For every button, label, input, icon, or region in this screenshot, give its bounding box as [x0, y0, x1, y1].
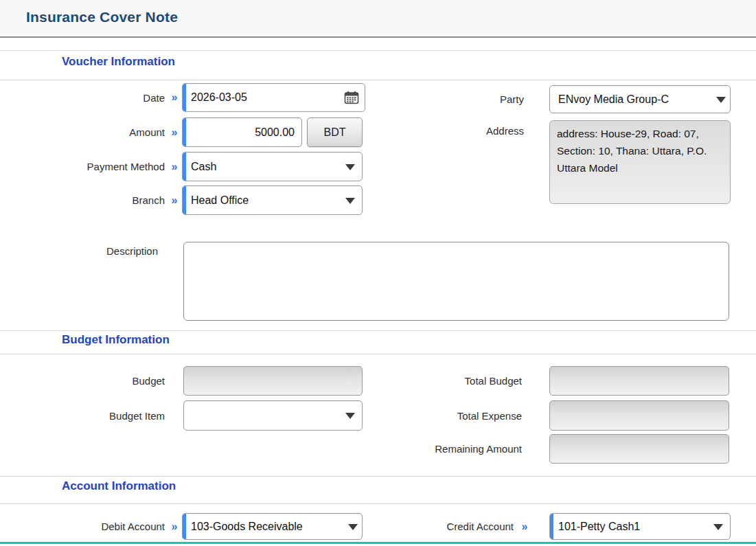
description-label: Description	[0, 245, 158, 257]
credit-account-label: Credit Account	[357, 513, 514, 540]
party-label: Party	[357, 85, 524, 113]
branch-required-marker: »	[168, 185, 181, 215]
divider	[0, 50, 756, 51]
date-input[interactable]: 2026-03-05	[182, 83, 365, 112]
divider	[0, 330, 756, 331]
credit-account-required-marker: »	[517, 513, 532, 540]
chevron-down-icon	[713, 524, 723, 530]
address-label: Address	[357, 125, 524, 137]
chevron-down-icon	[345, 198, 355, 204]
budget-section-heading: Budget Information	[62, 333, 170, 347]
chevron-down-icon	[716, 97, 726, 103]
address-textarea[interactable]: address: House-29, Road: 07, Section: 10…	[549, 120, 731, 204]
divider	[0, 476, 756, 477]
divider	[0, 80, 756, 80]
budget-input	[183, 366, 363, 396]
credit-account-value: 101-Petty Cash1	[550, 521, 640, 533]
debit-account-value: 103-Goods Receivable	[183, 521, 304, 533]
debit-account-select[interactable]: 103-Goods Receivable	[182, 513, 363, 540]
divider	[0, 503, 756, 504]
budget-label: Budget	[0, 366, 165, 396]
payment-method-required-marker: »	[168, 152, 181, 181]
chevron-down-icon	[345, 413, 355, 419]
header-band: Insurance Cover Note	[0, 0, 756, 38]
remaining-amount-label: Remaining Amount	[357, 434, 522, 464]
payment-method-value: Cash	[183, 161, 216, 173]
debit-account-required-marker: »	[168, 513, 181, 540]
description-textarea[interactable]	[183, 242, 729, 321]
total-expense-label: Total Expense	[357, 400, 522, 431]
amount-required-marker: »	[168, 117, 181, 147]
currency-button[interactable]: BDT	[307, 117, 363, 147]
voucher-section-heading: Voucher Information	[62, 55, 175, 69]
page-title: Insurance Cover Note	[26, 9, 178, 25]
budget-item-select[interactable]	[183, 400, 363, 431]
insurance-cover-note-form: Insurance Cover Note Voucher Information…	[0, 0, 756, 546]
total-budget-label: Total Budget	[357, 366, 522, 396]
account-section-heading: Account Information	[62, 479, 176, 493]
bottom-divider	[0, 542, 756, 544]
date-required-marker: »	[168, 83, 181, 112]
total-budget-input	[549, 366, 729, 396]
debit-account-label: Debit Account	[0, 513, 165, 540]
payment-method-label: Payment Method	[0, 152, 165, 181]
credit-account-select[interactable]: 101-Petty Cash1	[549, 513, 731, 540]
date-value: 2026-03-05	[183, 91, 247, 104]
chevron-down-icon	[345, 164, 355, 170]
remaining-amount-input	[549, 434, 729, 464]
party-value: ENvoy Media Group-C	[550, 93, 670, 106]
payment-method-select[interactable]: Cash	[182, 152, 363, 181]
divider	[0, 354, 756, 354]
date-label: Date	[0, 83, 165, 112]
amount-label: Amount	[0, 117, 165, 147]
amount-input[interactable]: 5000.00	[182, 117, 302, 147]
budget-item-label: Budget Item	[0, 400, 165, 431]
party-select[interactable]: ENvoy Media Group-C	[549, 85, 731, 113]
branch-select[interactable]: Head Office	[182, 185, 363, 215]
total-expense-input	[549, 400, 729, 431]
branch-value: Head Office	[183, 194, 249, 207]
chevron-down-icon	[348, 524, 358, 530]
branch-label: Branch	[0, 185, 165, 215]
amount-value: 5000.00	[191, 126, 295, 139]
